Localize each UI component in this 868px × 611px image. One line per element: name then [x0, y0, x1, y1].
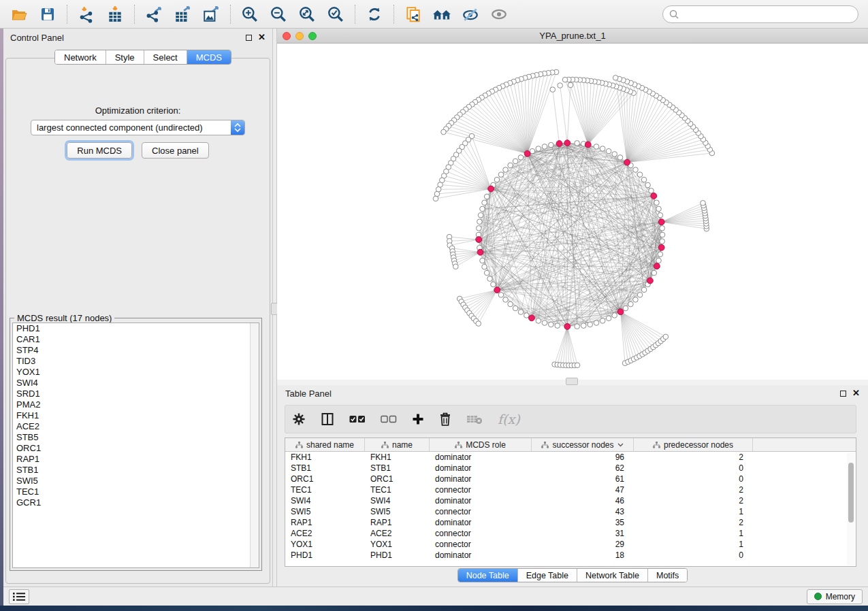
table-row[interactable]: TEC1TEC1connector472: [285, 484, 856, 495]
cell-MCDS-role: connector: [430, 540, 532, 549]
column-header-shared-name[interactable]: shared name: [285, 438, 365, 451]
column-header-predecessor-nodes[interactable]: predecessor nodes: [634, 438, 753, 451]
hide-selected-icon[interactable]: [457, 2, 484, 27]
zoom-in-icon[interactable]: [236, 2, 263, 27]
refresh-icon[interactable]: [361, 2, 388, 27]
cell-successor-nodes: 61: [532, 474, 634, 484]
cell-predecessor-nodes: 1: [634, 529, 753, 538]
cell-shared-name: ORC1: [285, 474, 365, 484]
table-row[interactable]: PHD1PHD1dominator180: [285, 550, 856, 561]
cell-shared-name: ACE2: [285, 529, 365, 538]
close-panel-icon[interactable]: ✕: [258, 34, 266, 41]
tab-motifs[interactable]: Motifs: [648, 569, 687, 582]
settings-gear-icon[interactable]: [292, 412, 306, 426]
mcds-result-item[interactable]: STB5: [13, 432, 259, 443]
deselect-all-icon[interactable]: [381, 415, 397, 423]
mcds-result-item[interactable]: GCR1: [13, 497, 259, 508]
horizontal-splitter-handle[interactable]: [566, 378, 578, 385]
search-field[interactable]: [662, 5, 858, 23]
search-input[interactable]: [679, 10, 852, 19]
tab-mcds[interactable]: MCDS: [187, 50, 231, 64]
float-panel-icon[interactable]: [246, 35, 252, 41]
mcds-result-item[interactable]: STP4: [13, 345, 259, 356]
table-row[interactable]: SWI4SWI4dominator462: [285, 495, 856, 506]
delete-table-icon[interactable]: [466, 414, 483, 425]
add-entry-icon[interactable]: [412, 413, 424, 425]
cell-MCDS-role: dominator: [430, 496, 532, 506]
show-all-networks-icon[interactable]: [428, 2, 455, 27]
table-row[interactable]: STB1STB1dominator620: [285, 463, 856, 474]
mcds-result-item[interactable]: SRD1: [13, 389, 259, 399]
mcds-result-item[interactable]: RAP1: [13, 454, 259, 465]
mcds-result-list[interactable]: PHD1CAR1STP4TID3YOX1SWI4SRD1PMA2FKH1ACE2…: [12, 323, 259, 568]
table-scrollbar-thumb[interactable]: [848, 463, 854, 523]
table-row[interactable]: ACE2ACE2connector311: [285, 528, 856, 539]
zoom-out-icon[interactable]: [265, 2, 292, 27]
table-row[interactable]: SWI5SWI5connector431: [285, 506, 856, 517]
mcds-result-item[interactable]: ACE2: [13, 421, 259, 432]
tab-style[interactable]: Style: [106, 50, 144, 64]
function-builder-icon[interactable]: f(x): [498, 412, 520, 427]
cell-name: ACE2: [365, 529, 430, 538]
mcds-result-item[interactable]: TEC1: [13, 486, 259, 497]
mcds-result-item[interactable]: TID3: [13, 356, 259, 367]
tab-select[interactable]: Select: [144, 50, 187, 64]
table-scrollbar[interactable]: [847, 452, 855, 565]
table-row[interactable]: FKH1FKH1dominator962: [285, 452, 856, 463]
cell-predecessor-nodes: 1: [634, 540, 753, 549]
mcds-result-item[interactable]: ORC1: [13, 443, 259, 454]
column-header-MCDS-role[interactable]: MCDS role: [430, 438, 532, 451]
save-icon[interactable]: [34, 2, 61, 27]
export-network-icon[interactable]: [140, 2, 167, 27]
mcds-list-scrollbar[interactable]: [250, 323, 259, 567]
mcds-result-item[interactable]: PHD1: [13, 323, 259, 334]
column-header-successor-nodes[interactable]: successor nodes: [532, 438, 634, 451]
network-canvas[interactable]: [277, 44, 868, 379]
cell-successor-nodes: 43: [532, 507, 634, 516]
mcds-result-item[interactable]: SWI5: [13, 476, 259, 486]
hierarchy-icon: [455, 442, 462, 448]
cell-name: SWI5: [365, 507, 430, 516]
table-row[interactable]: YOX1YOX1connector291: [285, 539, 856, 550]
open-file-icon[interactable]: [5, 2, 33, 27]
duplicate-network-icon[interactable]: [400, 2, 427, 27]
mcds-result-item[interactable]: PMA2: [13, 399, 259, 410]
table-row[interactable]: ORC1ORC1dominator610: [285, 474, 856, 484]
float-table-panel-icon[interactable]: [840, 391, 846, 397]
mcds-result-item[interactable]: CAR1: [13, 334, 259, 345]
horizontal-splitter[interactable]: [277, 380, 868, 385]
tab-node-table[interactable]: Node Table: [458, 569, 518, 582]
cell-predecessor-nodes: 0: [634, 463, 753, 473]
close-table-panel-icon[interactable]: ✕: [852, 390, 860, 397]
mcds-result-item[interactable]: SWI4: [13, 378, 259, 389]
mcds-result-item[interactable]: FKH1: [13, 410, 259, 421]
tab-network[interactable]: Network: [55, 50, 106, 64]
show-hidden-icon[interactable]: [485, 2, 513, 27]
run-mcds-button[interactable]: Run MCDS: [67, 142, 132, 159]
close-panel-button[interactable]: Close panel: [142, 142, 209, 159]
zoom-selected-icon[interactable]: [322, 2, 349, 27]
tab-network-table[interactable]: Network Table: [577, 569, 648, 582]
column-header-name[interactable]: name: [365, 438, 430, 451]
export-table-icon[interactable]: [169, 2, 196, 27]
vertical-splitter[interactable]: [272, 29, 277, 587]
cell-MCDS-role: dominator: [430, 518, 532, 527]
cell-successor-nodes: 47: [532, 485, 634, 495]
task-history-button[interactable]: [9, 589, 29, 604]
toggle-columns-icon[interactable]: [321, 412, 334, 426]
delete-entry-icon[interactable]: [439, 412, 451, 426]
mcds-result-item[interactable]: STB1: [13, 465, 259, 476]
table-toolbar: f(x): [285, 405, 856, 433]
select-all-icon[interactable]: [349, 415, 366, 423]
memory-status-icon: [814, 593, 822, 600]
export-image-icon[interactable]: [197, 2, 225, 27]
import-network-icon[interactable]: [73, 2, 100, 27]
zoom-fit-icon[interactable]: [293, 2, 321, 27]
tab-edge-table[interactable]: Edge Table: [518, 569, 577, 582]
criterion-dropdown[interactable]: largest connected component (undirected): [31, 120, 245, 135]
table-row[interactable]: RAP1RAP1dominator352: [285, 517, 856, 528]
memory-button[interactable]: Memory: [807, 589, 863, 604]
cell-MCDS-role: connector: [430, 507, 532, 516]
mcds-result-item[interactable]: YOX1: [13, 367, 259, 378]
import-table-icon[interactable]: [101, 2, 129, 27]
